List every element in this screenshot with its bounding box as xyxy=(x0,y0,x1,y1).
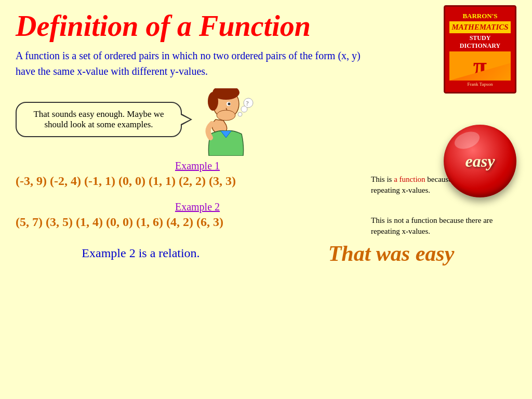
example2-label: Example 2 xyxy=(16,201,379,213)
relation-text: Example 2 is a relation. xyxy=(16,246,266,260)
page: BARRON'S MATHEMATICS STUDY DICTIONARY π … xyxy=(0,0,532,399)
svg-text:?: ? xyxy=(246,100,248,107)
svg-point-5 xyxy=(217,110,235,121)
thinking-person: ? xyxy=(197,88,255,151)
svg-point-6 xyxy=(238,112,242,116)
example2-pairs: (5, 7) (3, 5) (1, 4) (0, 0) (1, 6) (4, 2… xyxy=(16,215,361,229)
book-pi-area: π xyxy=(449,51,511,81)
book-publisher: BARRON'S xyxy=(449,11,511,21)
example1-block: Example 1 (-3, 9) (-2, 4) (-1, 1) (0, 0)… xyxy=(16,160,516,196)
book-type: STUDY DICTIONARY xyxy=(449,33,511,51)
speech-area: That sounds easy enough. Maybe we should… xyxy=(16,88,516,151)
easy-button-label: easy xyxy=(466,152,495,171)
book-author: Frank Tapson xyxy=(449,81,511,88)
easy-button[interactable]: easy xyxy=(444,125,516,197)
definition-text: A function is a set of ordered pairs in … xyxy=(16,48,369,79)
easy-button-container: easy xyxy=(444,125,516,197)
page-title: Definition of a Function xyxy=(16,10,516,43)
svg-point-4 xyxy=(228,102,231,105)
barrons-book: BARRON'S MATHEMATICS STUDY DICTIONARY π … xyxy=(444,5,516,94)
closing-text: That was easy xyxy=(266,241,516,266)
example1-label: Example 1 xyxy=(16,160,379,172)
example1-pairs: (-3, 9) (-2, 4) (-1, 1) (0, 0) (1, 1) (2… xyxy=(16,174,361,188)
example2-block: Example 2 (5, 7) (3, 5) (1, 4) (0, 0) (1… xyxy=(16,201,516,237)
svg-point-2 xyxy=(208,92,218,111)
examples-section: Example 1 (-3, 9) (-2, 4) (-1, 1) (0, 0)… xyxy=(16,160,516,237)
example2-description: This is not a function because there are… xyxy=(361,215,516,237)
book-subject: MATHEMATICS xyxy=(449,21,511,33)
bottom-section: Example 2 is a relation. That was easy xyxy=(16,241,516,266)
speech-bubble: That sounds easy enough. Maybe we should… xyxy=(16,102,182,137)
